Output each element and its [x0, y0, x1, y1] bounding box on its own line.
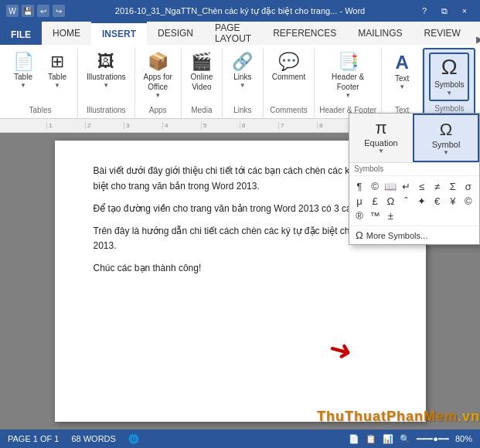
pages-button[interactable]: 📄 Table ▼ — [8, 51, 39, 92]
table-arrow: ▼ — [54, 82, 60, 90]
symbol-book[interactable]: 📖 — [383, 179, 397, 193]
text-button[interactable]: A Text ▼ — [386, 51, 417, 93]
symbol-mu[interactable]: μ — [352, 194, 366, 208]
window-controls: ? ⧉ × — [415, 3, 474, 19]
tab-home[interactable]: HOME — [42, 22, 91, 45]
close-button[interactable]: × — [455, 3, 474, 19]
symbol-yen[interactable]: ¥ — [446, 194, 460, 208]
language-icon: 🌐 — [128, 434, 139, 444]
status-right: 📄 📋 📊 🔍 ━━━●━━ 80% — [349, 434, 472, 444]
tab-review[interactable]: REVIEW — [414, 22, 471, 45]
symbol-extra[interactable] — [399, 209, 413, 222]
document-title: 2016-10_31_NgaTTN_Chèn các ký tự đặc biệ… — [65, 6, 415, 16]
tab-page-layout[interactable]: PAGE LAYOUT — [204, 22, 262, 45]
header-footer-content: 📑 Header &Footer ▼ — [328, 49, 368, 104]
more-symbols-button[interactable]: Ω More Symbols... — [349, 226, 479, 244]
redo-icon[interactable]: ↪ — [53, 5, 65, 17]
zoom-slider[interactable]: ━━━●━━ — [417, 434, 449, 444]
view-icon-3[interactable]: 📊 — [383, 434, 393, 444]
view-icon-4[interactable]: 🔍 — [400, 434, 410, 444]
symbol-sigma[interactable]: σ — [461, 179, 475, 193]
symbol-sigma-cap[interactable]: Σ — [446, 179, 460, 193]
paragraph-2: Để tạo đường viền cho trang văn bản tron… — [94, 202, 387, 216]
tables-label: Tables — [8, 104, 73, 117]
symbol-copyright2[interactable]: © — [461, 194, 475, 208]
table-button[interactable]: ⊞ Table ▼ — [42, 51, 73, 92]
view-icon-2[interactable]: 📋 — [366, 434, 376, 444]
symbol-plusminus[interactable]: ± — [383, 209, 397, 222]
header-footer-button[interactable]: 📑 Header &Footer ▼ — [328, 51, 368, 102]
word-count: 68 WORDS — [71, 434, 115, 443]
tab-mailings[interactable]: MAILINGS — [347, 22, 413, 45]
paragraph-3: Trên đây là hướng dẫn chi tiết cách chèn… — [94, 224, 387, 253]
tab-bar: FILE HOME INSERT DESIGN PAGE LAYOUT REFE… — [0, 22, 480, 45]
media-label: Media — [186, 104, 217, 117]
restore-button[interactable]: ⧉ — [435, 3, 454, 19]
page-info: PAGE 1 OF 1 — [8, 434, 59, 443]
pages-arrow: ▼ — [20, 82, 26, 90]
symbol-trademark[interactable]: ™ — [368, 209, 382, 222]
file-tab[interactable]: FILE — [0, 25, 42, 45]
symbol-arrow: ▼ — [443, 149, 449, 156]
comment-button[interactable]: 💬 Comment — [268, 51, 309, 84]
watermark-domain: .vn — [458, 409, 480, 424]
tab-references[interactable]: REFERENCES — [262, 22, 347, 45]
undo-icon[interactable]: ↩ — [37, 5, 49, 17]
symbol-asterisk[interactable]: ✦ — [415, 194, 429, 208]
group-symbols: Ω Symbols ▼ Symbols — [423, 48, 475, 118]
links-label: Links — [227, 104, 258, 117]
view-icon-1[interactable]: 📄 — [349, 434, 359, 444]
text-arrow: ▼ — [399, 83, 405, 91]
illustrations-label: Illustrations — [83, 104, 130, 117]
header-footer-icon: 📑 — [338, 53, 359, 70]
symbols-arrow: ▼ — [446, 90, 452, 97]
symbols-section-label: Symbols — [349, 163, 479, 176]
group-illustrations: 🖼 Illustrations ▼ Illustrations — [78, 48, 135, 118]
group-apps: 📦 Apps forOffice ▼ Apps — [135, 48, 182, 118]
pi-icon: π — [375, 118, 386, 138]
links-arrow: ▼ — [240, 82, 246, 90]
equation-button[interactable]: π Equation ▼ — [349, 114, 413, 162]
tables-content: 📄 Table ▼ ⊞ Table ▼ — [8, 49, 73, 104]
group-links: 🔗 Links ▼ Links — [223, 48, 264, 118]
symbol-euro[interactable]: € — [431, 194, 444, 208]
symbol-leq[interactable]: ≤ — [415, 179, 429, 193]
more-tabs[interactable]: ▶ — [471, 34, 480, 45]
zoom-level: 80% — [455, 434, 472, 443]
online-video-button[interactable]: 🎬 OnlineVideo — [186, 51, 217, 94]
ruler-mark-4: 4 — [162, 122, 201, 129]
symbol-registered[interactable]: ® — [352, 209, 366, 222]
illustrations-content: 🖼 Illustrations ▼ — [83, 49, 130, 104]
links-button[interactable]: 🔗 Links ▼ — [227, 51, 258, 92]
symbol-pilcrow[interactable]: ¶ — [352, 179, 366, 193]
links-icon: 🔗 — [232, 53, 253, 70]
symbol-copyright[interactable]: © — [368, 179, 382, 193]
tab-insert[interactable]: INSERT — [91, 22, 147, 45]
symbol-caret[interactable]: ˆ — [399, 194, 413, 208]
video-icon: 🎬 — [191, 53, 212, 70]
symbol-return[interactable]: ↵ — [399, 179, 413, 193]
symbol-pound[interactable]: £ — [368, 194, 382, 208]
table-icon: ⊞ — [50, 53, 64, 70]
title-bar: W 💾 ↩ ↪ 2016-10_31_NgaTTN_Chèn các ký tự… — [0, 0, 480, 22]
header-footer-arrow: ▼ — [345, 92, 351, 100]
symbol-neq[interactable]: ≠ — [431, 179, 444, 193]
group-media: 🎬 OnlineVideo Media — [182, 48, 223, 118]
tab-design[interactable]: DESIGN — [147, 22, 204, 45]
symbols-button[interactable]: Ω Symbols ▼ — [429, 53, 469, 101]
status-bar: PAGE 1 OF 1 68 WORDS 🌐 📄 📋 📊 🔍 ━━━●━━ 80… — [0, 429, 480, 448]
text-content: A Text ▼ — [386, 49, 417, 104]
omega-popup-icon: Ω — [440, 120, 452, 140]
save-icon[interactable]: 💾 — [22, 5, 34, 17]
apps-label: Apps — [140, 104, 176, 117]
symbol-dropdown-button[interactable]: Ω Symbol ▼ — [413, 114, 479, 162]
help-button[interactable]: ? — [415, 3, 434, 19]
title-bar-icons: W 💾 ↩ ↪ — [6, 5, 65, 17]
symbol-omega[interactable]: Ω — [383, 194, 397, 208]
tab-area: FILE HOME INSERT DESIGN PAGE LAYOUT REFE… — [0, 22, 480, 45]
group-tables: 📄 Table ▼ ⊞ Table ▼ Tables — [3, 48, 78, 118]
apps-button[interactable]: 📦 Apps forOffice ▼ — [140, 51, 176, 102]
illustrations-button[interactable]: 🖼 Illustrations ▼ — [83, 51, 130, 92]
comment-icon: 💬 — [278, 53, 299, 70]
status-left: PAGE 1 OF 1 68 WORDS 🌐 — [8, 434, 139, 444]
